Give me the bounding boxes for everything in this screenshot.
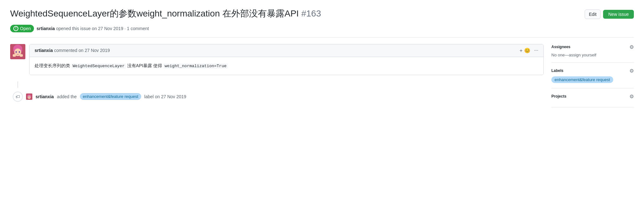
timeline-event-author[interactable]: srtianxia <box>36 94 54 99</box>
issue-header-actions: Edit New issue <box>585 10 634 19</box>
comment-code-2: weight_normalization=True <box>163 63 228 69</box>
svg-point-5 <box>19 51 20 53</box>
comment-box: srtianxia commented on 27 Nov 2019 + 😊 ·… <box>29 44 544 75</box>
sidebar-labels-header: Labels ⚙ <box>551 68 634 74</box>
timeline-event-label[interactable]: enhancement&feature request <box>80 93 141 100</box>
new-issue-button[interactable]: New issue <box>603 10 634 19</box>
comment-body-prefix: 处理变长序列的类 <box>35 63 71 68</box>
comment-header-actions: + 😊 ··· <box>520 48 538 54</box>
issue-title-text: WeightedSequenceLayer的参数weight_normaliza… <box>10 9 299 18</box>
timeline: srtianxia commented on 27 Nov 2019 + 😊 ·… <box>10 44 544 107</box>
sidebar-projects-section: Projects ⚙ <box>551 88 634 107</box>
label-tag-icon: 🏷 <box>16 94 20 99</box>
assignees-title: Assignees <box>551 45 570 49</box>
sidebar-labels-section: Labels ⚙ enhancement&feature request <box>551 63 634 88</box>
issue-author[interactable]: srtianxia <box>36 26 55 31</box>
issue-opened-text: opened this issue on 27 Nov 2019 · 1 com… <box>56 26 149 31</box>
sidebar-assignees-header: Assignees ⚙ <box>551 44 634 50</box>
timeline-event-suffix: label on 27 Nov 2019 <box>144 94 186 99</box>
labels-gear-icon[interactable]: ⚙ <box>629 68 634 74</box>
labels-title: Labels <box>551 68 563 73</box>
issue-title: WeightedSequenceLayer的参数weight_normaliza… <box>10 8 580 20</box>
issue-header: WeightedSequenceLayer的参数weight_normaliza… <box>10 8 634 20</box>
issue-title-area: WeightedSequenceLayer的参数weight_normaliza… <box>10 8 580 20</box>
projects-gear-icon[interactable]: ⚙ <box>629 93 634 99</box>
status-icon: ! <box>13 26 18 31</box>
sidebar-projects-header: Projects ⚙ <box>551 93 634 99</box>
timeline-avatar-image <box>26 93 32 100</box>
status-badge: ! Open <box>10 25 34 32</box>
sidebar-assignees-section: Assignees ⚙ No one—assign yourself <box>551 44 634 63</box>
avatar <box>10 44 25 59</box>
comment-date: commented on 27 Nov 2019 <box>54 48 110 53</box>
issue-number: #163 <box>301 9 321 18</box>
timeline-avatar-small <box>26 93 32 100</box>
comment-header: srtianxia commented on 27 Nov 2019 + 😊 ·… <box>30 44 543 57</box>
comment-body: 处理变长序列的类 WeightedSequenceLayer 没有API暴露 使… <box>30 57 543 75</box>
main-content: srtianxia commented on 27 Nov 2019 + 😊 ·… <box>10 44 634 107</box>
projects-title: Projects <box>551 94 566 99</box>
comment-body-middle: 没有API暴露 使得 <box>126 63 163 68</box>
avatar-image <box>10 44 25 59</box>
comment-header-left: srtianxia commented on 27 Nov 2019 <box>35 48 110 53</box>
issue-meta: ! Open srtianxia opened this issue on 27… <box>10 25 634 38</box>
svg-point-14 <box>30 96 30 97</box>
comment-author[interactable]: srtianxia <box>35 48 53 53</box>
more-options-button[interactable]: ··· <box>534 48 538 53</box>
comment-code-1: WeightedSequenceLayer <box>71 63 126 69</box>
svg-rect-9 <box>20 54 23 57</box>
timeline-event-icon: 🏷 <box>13 92 23 102</box>
svg-point-13 <box>28 96 29 97</box>
assignees-gear-icon[interactable]: ⚙ <box>629 44 634 50</box>
svg-point-7 <box>19 53 21 54</box>
add-emoji-button[interactable]: + 😊 <box>520 48 530 54</box>
sidebar-label-badge[interactable]: enhancement&feature request <box>551 76 613 83</box>
svg-point-6 <box>14 53 16 54</box>
timeline-connector <box>17 81 18 88</box>
timeline-event: 🏷 srtianxia added the enhancement&featur… <box>10 92 544 102</box>
issue-meta-text: srtianxia opened this issue on 27 Nov 20… <box>36 26 149 31</box>
sidebar: Assignees ⚙ No one—assign yourself Label… <box>551 44 634 107</box>
comment-block: srtianxia commented on 27 Nov 2019 + 😊 ·… <box>10 44 544 75</box>
svg-point-4 <box>16 51 17 53</box>
assignees-value[interactable]: No one—assign yourself <box>551 53 634 57</box>
status-label: Open <box>20 26 31 31</box>
svg-point-12 <box>28 96 31 99</box>
svg-rect-8 <box>13 54 16 57</box>
edit-button[interactable]: Edit <box>585 10 601 19</box>
timeline-event-action: added the <box>57 94 77 99</box>
